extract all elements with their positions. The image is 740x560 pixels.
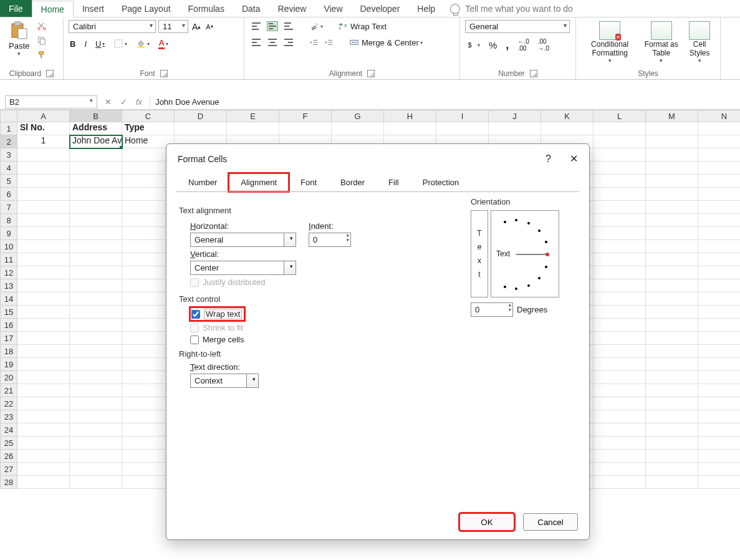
row-header[interactable]: 24 bbox=[0, 423, 17, 437]
cell[interactable] bbox=[698, 240, 740, 253]
column-header[interactable]: D bbox=[175, 110, 227, 122]
cell[interactable] bbox=[70, 253, 122, 266]
cell[interactable] bbox=[17, 306, 70, 319]
accounting-format-button[interactable]: $ bbox=[465, 39, 481, 51]
degrees-spinner[interactable]: 0 bbox=[471, 302, 513, 317]
cell[interactable] bbox=[698, 253, 740, 266]
cell[interactable] bbox=[698, 332, 740, 345]
cell[interactable] bbox=[646, 410, 698, 423]
cell[interactable] bbox=[698, 450, 740, 463]
cell[interactable] bbox=[646, 122, 698, 135]
cell[interactable] bbox=[17, 437, 70, 450]
cell[interactable] bbox=[70, 371, 122, 384]
name-box[interactable]: B2▾ bbox=[5, 95, 97, 109]
tab-formulas[interactable]: Formulas bbox=[180, 0, 233, 17]
cell[interactable] bbox=[646, 266, 698, 279]
row-header[interactable]: 18 bbox=[0, 345, 17, 358]
cell[interactable] bbox=[70, 279, 122, 292]
cell[interactable] bbox=[70, 162, 122, 175]
cell[interactable] bbox=[593, 188, 646, 201]
column-header[interactable]: L bbox=[593, 110, 646, 122]
cell[interactable] bbox=[646, 345, 698, 358]
increase-font-button[interactable]: A▴ bbox=[191, 21, 202, 33]
cell[interactable] bbox=[646, 279, 698, 292]
cell[interactable] bbox=[646, 423, 698, 437]
cell[interactable] bbox=[698, 358, 740, 371]
align-bottom-button[interactable] bbox=[282, 20, 296, 32]
cell[interactable] bbox=[698, 397, 740, 410]
decrease-font-button[interactable]: A▾ bbox=[204, 22, 214, 32]
tab-data[interactable]: Data bbox=[233, 0, 269, 17]
cell[interactable] bbox=[593, 450, 646, 463]
decrease-decimal-button[interactable]: .00→.0 bbox=[537, 37, 550, 53]
cell-styles-button[interactable]: Cell Styles▾ bbox=[684, 20, 715, 65]
column-header[interactable]: J bbox=[489, 110, 541, 122]
tab-page-layout[interactable]: Page Layout bbox=[113, 0, 180, 17]
cell[interactable]: John Doe Avenue bbox=[70, 135, 122, 148]
row-header[interactable]: 21 bbox=[0, 384, 17, 397]
cell[interactable] bbox=[593, 162, 646, 175]
underline-button[interactable]: U bbox=[94, 38, 106, 50]
clipboard-dialog-launcher[interactable] bbox=[46, 70, 54, 77]
tell-me-search[interactable]: Tell me what you want to do bbox=[450, 4, 573, 14]
row-header[interactable]: 22 bbox=[0, 397, 17, 410]
horizontal-combo[interactable]: General bbox=[190, 233, 296, 247]
dialog-tab-font[interactable]: Font bbox=[289, 173, 329, 191]
cell[interactable] bbox=[17, 279, 70, 292]
cell[interactable] bbox=[593, 175, 646, 188]
row-header[interactable]: 25 bbox=[0, 437, 17, 450]
vertical-combo[interactable]: Center bbox=[190, 261, 296, 275]
cell[interactable] bbox=[698, 437, 740, 450]
cancel-button[interactable]: Cancel bbox=[523, 513, 578, 531]
cell[interactable] bbox=[17, 227, 70, 240]
cell[interactable] bbox=[17, 332, 70, 345]
row-header[interactable]: 15 bbox=[0, 306, 17, 319]
cell[interactable] bbox=[332, 122, 384, 135]
cell[interactable] bbox=[17, 201, 70, 214]
cell[interactable] bbox=[17, 358, 70, 371]
cell[interactable] bbox=[698, 345, 740, 358]
cell[interactable] bbox=[698, 423, 740, 437]
bold-button[interactable]: B bbox=[69, 38, 77, 50]
row-header[interactable]: 4 bbox=[0, 162, 17, 175]
cell[interactable] bbox=[593, 266, 646, 279]
cell[interactable] bbox=[17, 214, 70, 227]
cell[interactable] bbox=[175, 122, 227, 135]
cell[interactable] bbox=[70, 319, 122, 332]
cell[interactable] bbox=[646, 450, 698, 463]
cell[interactable] bbox=[70, 384, 122, 397]
tab-developer[interactable]: Developer bbox=[352, 0, 409, 17]
cell[interactable] bbox=[698, 371, 740, 384]
font-size-select[interactable]: 11 bbox=[158, 20, 188, 33]
cell[interactable] bbox=[593, 384, 646, 397]
column-header[interactable]: M bbox=[646, 110, 698, 122]
cell[interactable] bbox=[227, 122, 279, 135]
column-header[interactable]: K bbox=[541, 110, 593, 122]
cell[interactable] bbox=[70, 397, 122, 410]
cell[interactable] bbox=[698, 201, 740, 214]
number-format-select[interactable]: General bbox=[465, 20, 570, 33]
format-as-table-button[interactable]: Format as Table▾ bbox=[640, 20, 683, 65]
cell[interactable] bbox=[646, 358, 698, 371]
cell[interactable] bbox=[70, 410, 122, 423]
cell[interactable] bbox=[70, 240, 122, 253]
text-direction-combo[interactable]: Context bbox=[190, 374, 259, 388]
column-header[interactable]: N bbox=[698, 110, 740, 122]
cell[interactable] bbox=[70, 201, 122, 214]
cell[interactable] bbox=[17, 266, 70, 279]
cell[interactable] bbox=[17, 175, 70, 188]
cell[interactable] bbox=[646, 397, 698, 410]
cell[interactable] bbox=[698, 279, 740, 292]
align-top-button[interactable] bbox=[249, 20, 263, 32]
cell[interactable] bbox=[646, 463, 698, 476]
font-dialog-launcher[interactable] bbox=[160, 70, 168, 77]
cell[interactable] bbox=[593, 306, 646, 319]
conditional-formatting-button[interactable]: ≠ Conditional Formatting▾ bbox=[581, 20, 638, 65]
dialog-tab-number[interactable]: Number bbox=[176, 173, 229, 191]
row-header[interactable]: 19 bbox=[0, 358, 17, 371]
font-name-select[interactable]: Calibri bbox=[69, 20, 156, 33]
cell[interactable] bbox=[646, 162, 698, 175]
row-header[interactable]: 9 bbox=[0, 227, 17, 240]
cell[interactable] bbox=[593, 135, 646, 148]
align-right-button[interactable] bbox=[282, 36, 296, 49]
